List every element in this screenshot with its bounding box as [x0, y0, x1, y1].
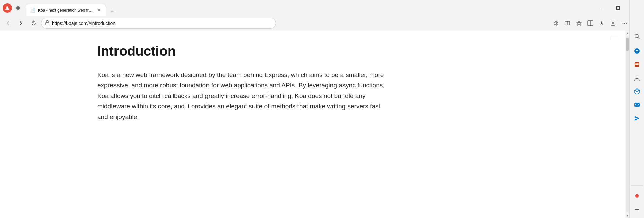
sidebar-edge-button[interactable]	[631, 85, 643, 97]
scroll-down-arrow[interactable]: ▼	[625, 213, 629, 218]
scroll-track[interactable]	[626, 36, 629, 212]
more-tools-button[interactable]	[619, 18, 630, 29]
svg-rect-5	[601, 8, 604, 8]
titlebar: 📄 Koa - next generation web frame ✕ +	[0, 0, 644, 16]
scroll-thumb[interactable]	[626, 38, 629, 51]
hamburger-line-2	[611, 38, 618, 38]
tab-title: Koa - next generation web frame	[38, 8, 93, 13]
svg-rect-27	[635, 63, 639, 64]
titlebar-left	[3, 3, 23, 13]
sidebar-profile-button[interactable]	[631, 72, 643, 84]
read-aloud-button[interactable]	[551, 18, 561, 29]
svg-rect-6	[617, 7, 620, 10]
forward-button[interactable]	[15, 18, 26, 29]
tabs-area: 📄 Koa - next generation web frame ✕ +	[24, 0, 594, 16]
scroll-up-arrow[interactable]: ▲	[625, 30, 629, 36]
addressbar	[0, 16, 644, 30]
scrollbar[interactable]: ▲ ▼	[625, 30, 629, 218]
profile-avatar[interactable]	[3, 3, 12, 13]
svg-rect-4	[18, 8, 20, 10]
notification-badge	[635, 194, 639, 198]
sidebar-outlook-button[interactable]	[631, 99, 643, 111]
svg-rect-1	[16, 6, 18, 8]
svg-point-19	[626, 23, 627, 24]
toolbar-right	[551, 18, 641, 29]
sidebar-search-button[interactable]	[631, 30, 643, 42]
split-screen-button[interactable]	[585, 18, 596, 29]
tab-manager-button[interactable]	[13, 3, 23, 13]
hamburger-menu-button[interactable]	[611, 36, 618, 40]
sidebar-send-button[interactable]	[631, 112, 643, 124]
svg-rect-3	[16, 8, 18, 10]
svg-rect-32	[634, 103, 640, 107]
svg-rect-2	[18, 6, 20, 8]
page-title: Introduction	[97, 44, 605, 59]
sidebar-right	[629, 0, 644, 218]
svg-point-25	[636, 52, 637, 53]
svg-rect-14	[611, 21, 615, 25]
sidebar-badge-area	[631, 190, 643, 202]
sidebar-bottom	[631, 183, 643, 215]
svg-point-31	[636, 91, 638, 92]
maximize-button[interactable]	[610, 3, 626, 13]
back-button[interactable]	[3, 18, 13, 29]
tab-favicon: 📄	[30, 8, 35, 13]
svg-line-23	[638, 37, 639, 39]
main-content: Introduction Koa is a new web framework …	[0, 30, 625, 218]
address-bar[interactable]	[41, 18, 276, 29]
hamburger-line-3	[611, 40, 618, 40]
favorites-bar-button[interactable]	[596, 18, 607, 29]
page-body: Koa is a new web framework designed by t…	[97, 70, 386, 122]
refresh-button[interactable]	[28, 18, 39, 29]
immersive-reader-button[interactable]	[562, 18, 573, 29]
sidebar-copilot-button[interactable]	[631, 45, 643, 57]
sidebar-add-button[interactable]	[631, 203, 643, 215]
favorites-button[interactable]	[573, 18, 584, 29]
collections-button[interactable]	[608, 18, 618, 29]
hamburger-line-1	[611, 36, 618, 36]
svg-point-17	[623, 23, 624, 24]
svg-rect-9	[46, 22, 49, 25]
sidebar-divider	[631, 185, 643, 186]
minimize-button[interactable]	[595, 3, 610, 13]
active-tab[interactable]: 📄 Koa - next generation web frame ✕	[26, 4, 106, 16]
url-input[interactable]	[52, 20, 272, 26]
tab-close-button[interactable]: ✕	[96, 7, 102, 13]
sidebar-collections-button[interactable]	[631, 58, 643, 71]
svg-rect-28	[635, 64, 639, 65]
lock-icon	[45, 20, 49, 26]
new-tab-button[interactable]: +	[107, 7, 117, 16]
svg-point-18	[624, 23, 625, 24]
svg-point-29	[636, 76, 638, 78]
